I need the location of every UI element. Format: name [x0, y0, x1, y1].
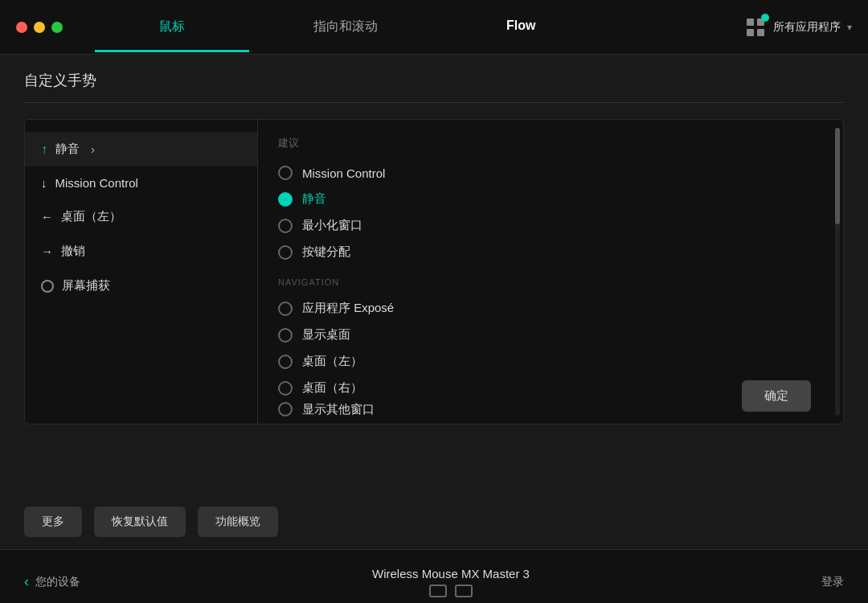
gesture-item-undo[interactable]: → 撤销	[25, 234, 257, 269]
suggestions-label: 建议	[278, 136, 823, 150]
option-minimize[interactable]: 最小化窗口	[278, 212, 823, 239]
radio-more-windows[interactable]	[278, 402, 293, 416]
gesture-item-mute[interactable]: ↑ 静音 ›	[25, 132, 257, 166]
gesture-item-screenshot[interactable]: 屏幕捕获	[25, 269, 257, 303]
option-mission-control[interactable]: Mission Control	[278, 160, 823, 186]
apps-grid-icon	[744, 16, 767, 39]
gesture-options-panel: 建议 Mission Control 静音 最小化窗口 按键分配 NAVIGAT	[258, 120, 843, 424]
close-button[interactable]	[16, 22, 27, 33]
svg-rect-0	[747, 18, 754, 26]
device-name: Wireless Mouse MX Master 3	[80, 567, 821, 580]
footer: ‹ 您的设备 Wireless Mouse MX Master 3 登录	[0, 549, 868, 603]
main-content: 自定义手势 ↑ 静音 › ↓ Mission Control ← 桌面（左） →	[0, 55, 868, 494]
tab-mouse[interactable]: 鼠标	[95, 12, 249, 42]
back-chevron-icon: ‹	[24, 573, 29, 590]
traffic-lights	[16, 22, 63, 33]
circle-icon	[41, 280, 54, 293]
radio-mute[interactable]	[278, 192, 293, 207]
down-arrow-icon: ↓	[41, 176, 47, 190]
apps-button[interactable]: 所有应用程序 ▾	[744, 16, 852, 39]
svg-rect-3	[757, 29, 764, 36]
scrollbar-thumb[interactable]	[835, 128, 840, 224]
gesture-item-mission[interactable]: ↓ Mission Control	[25, 166, 257, 199]
minimize-button[interactable]	[34, 22, 45, 33]
login-button[interactable]: 登录	[821, 575, 844, 589]
title-bar: 鼠标 指向和滚动 Flow 所有应用程序 ▾	[0, 0, 868, 55]
section-title: 自定义手势	[24, 71, 844, 103]
notification-dot	[761, 14, 769, 22]
svg-rect-2	[747, 29, 754, 36]
tab-pointing[interactable]: 指向和滚动	[249, 12, 442, 42]
more-button[interactable]: 更多	[24, 507, 82, 537]
tab-flow[interactable]: Flow	[442, 12, 600, 42]
tab-bar: 鼠标 指向和滚动 Flow	[95, 12, 744, 42]
gesture-list: ↑ 静音 › ↓ Mission Control ← 桌面（左） → 撤销	[25, 120, 258, 424]
radio-desktop-right[interactable]	[278, 381, 293, 396]
chevron-right-icon: ›	[91, 142, 95, 156]
radio-app-expose[interactable]	[278, 302, 293, 316]
footer-center: Wireless Mouse MX Master 3	[80, 567, 821, 597]
radio-desktop-left[interactable]	[278, 355, 293, 369]
radio-keystroke[interactable]	[278, 245, 293, 260]
chevron-down-icon: ▾	[847, 22, 852, 33]
navigation-label: NAVIGATION	[278, 277, 823, 287]
radio-show-desktop[interactable]	[278, 328, 293, 343]
back-navigation[interactable]: ‹ 您的设备	[24, 573, 80, 590]
confirm-button[interactable]: 确定	[742, 380, 811, 412]
option-show-desktop[interactable]: 显示桌面	[278, 322, 823, 348]
radio-mission-control[interactable]	[278, 166, 293, 180]
option-app-expose[interactable]: 应用程序 Exposé	[278, 295, 823, 322]
bottom-buttons: 更多 恢复默认值 功能概览	[0, 494, 868, 549]
option-mute[interactable]: 静音	[278, 186, 823, 212]
radio-minimize[interactable]	[278, 219, 293, 233]
option-desktop-left[interactable]: 桌面（左）	[278, 348, 823, 375]
scrollbar-track	[835, 128, 840, 416]
battery-icon	[429, 585, 447, 597]
connection-icon	[455, 585, 473, 597]
right-arrow-icon: →	[41, 244, 53, 258]
maximize-button[interactable]	[51, 22, 63, 33]
device-icons	[80, 585, 821, 597]
up-arrow-icon: ↑	[41, 142, 47, 157]
restore-defaults-button[interactable]: 恢复默认值	[94, 507, 186, 537]
left-arrow-icon: ←	[41, 210, 53, 224]
option-keystroke[interactable]: 按键分配	[278, 239, 823, 265]
overview-button[interactable]: 功能概览	[198, 507, 278, 537]
gesture-panel: ↑ 静音 › ↓ Mission Control ← 桌面（左） → 撤销	[24, 119, 844, 425]
gesture-item-desktop-left[interactable]: ← 桌面（左）	[25, 199, 257, 234]
